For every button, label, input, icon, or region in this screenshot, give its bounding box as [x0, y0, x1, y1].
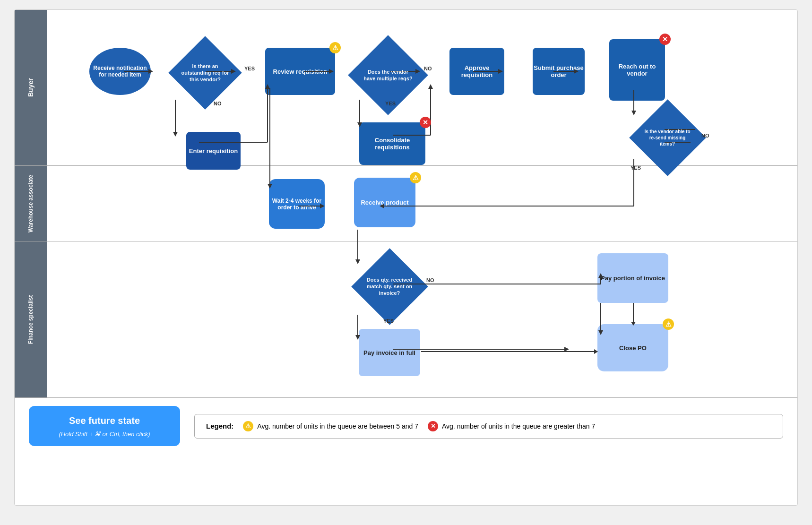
no-label-3: NO — [701, 133, 709, 138]
finance-content: Does qty. received match qty. sent on in… — [47, 241, 797, 397]
finance-swimlane: Finance specialist Does qty. received ma… — [15, 241, 797, 397]
is-outstanding-node: Is there an outstanding req for this ven… — [174, 42, 236, 103]
enter-req-node: Enter requisition — [186, 132, 241, 170]
legend-error-item: ✕ Avg. number of units in the queue are … — [428, 421, 595, 431]
no-label-1: NO — [214, 101, 222, 106]
no-label-2: NO — [424, 66, 432, 71]
buyer-label: Buyer — [15, 10, 47, 165]
warehouse-label: Warehouse associate — [15, 166, 47, 241]
close-po-warning: ⚠ — [663, 318, 674, 330]
pay-portion-node: Pay portion of invoice — [597, 253, 668, 303]
approve-node: Approve requisition — [449, 48, 504, 95]
warehouse-swimlane: Warehouse associate Wait 2-4 weeks for o… — [15, 166, 797, 241]
legend-error-icon: ✕ — [428, 421, 438, 431]
review-requisition-node: Review requisition ⚠ — [265, 48, 335, 95]
vendor-resend-node: Is the vendor able to re-send missing it… — [637, 107, 698, 168]
main-diagram: Buyer Receive notification for needed it… — [14, 9, 798, 506]
reach-out-error: ✕ — [659, 34, 671, 45]
no-label-4: NO — [426, 277, 434, 283]
legend-box: Legend: ⚠ Avg. number of units in the qu… — [194, 414, 783, 439]
legend-label: Legend: — [206, 422, 233, 430]
legend-warning-text: Avg. number of units in the queue are be… — [257, 422, 418, 430]
buyer-swimlane: Buyer Receive notification for needed it… — [15, 10, 797, 166]
pay-portion-close-arrow — [633, 303, 634, 325]
legend-error-text: Avg. number of units in the queue are gr… — [442, 422, 595, 430]
yes-label-2: YES — [385, 101, 396, 106]
pay-full-close-arrow — [421, 351, 597, 352]
bottom-bar: See future state (Hold Shift + ⌘ or Ctrl… — [15, 397, 797, 454]
consolidate-node: Consolidate requisitions ✕ — [359, 122, 425, 165]
receive-notification-node: Receive notification for needed item — [89, 48, 151, 95]
consolidate-error: ✕ — [420, 117, 431, 128]
close-po-node: Close PO ⚠ — [597, 324, 668, 371]
future-state-button[interactable]: See future state (Hold Shift + ⌘ or Ctrl… — [29, 406, 180, 447]
reach-out-node: Reach out to vendor ✕ — [609, 39, 665, 101]
legend-warning-icon: ⚠ — [243, 421, 253, 431]
review-req-warning: ⚠ — [329, 42, 341, 53]
finance-label: Finance specialist — [15, 241, 47, 397]
buyer-content: Receive notification for needed item Is … — [47, 10, 797, 165]
yes-label-1: YES — [244, 66, 255, 71]
qty-match-node: Does qty. received match qty. sent on in… — [359, 256, 420, 317]
receive-product-warning: ⚠ — [410, 172, 421, 183]
legend-warning-item: ⚠ Avg. number of units in the queue are … — [243, 421, 418, 431]
pay-full-node: Pay invoice in full — [359, 329, 420, 376]
wait-node: Wait 2-4 weeks for order to arrive — [269, 179, 325, 229]
vendor-multiple-node: Does the vendor have multiple reqs? — [355, 42, 421, 108]
receive-product-node: Receive product ⚠ — [354, 178, 415, 227]
submit-po-node: Submit purchase order — [533, 48, 585, 95]
yes-label-4: YES — [383, 318, 394, 324]
warehouse-content: Wait 2-4 weeks for order to arrive Recei… — [47, 166, 797, 241]
